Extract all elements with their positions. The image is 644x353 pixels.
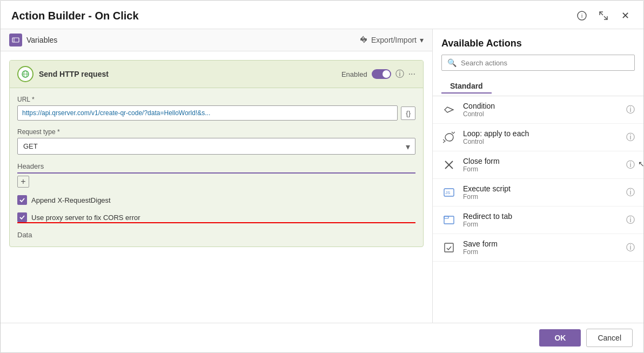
headers-section: Headers + (17, 162, 415, 188)
action-item-info-icon[interactable]: ⓘ (626, 242, 635, 254)
request-type-label: Request type * (17, 128, 415, 136)
url-input[interactable]: https://api.qrserver.com/v1/create-qr-co… (17, 105, 398, 121)
search-icon: 🔍 (447, 58, 457, 67)
action-item-texts: Condition Control (463, 102, 620, 118)
svg-text:JS: JS (445, 190, 450, 195)
action-item-name: Execute script (463, 184, 620, 193)
list-item[interactable]: Redirect to tab Form ⓘ (433, 207, 643, 234)
execute-script-icon: JS (441, 185, 457, 200)
toolbar-left: Variables (9, 34, 57, 46)
save-form-icon (441, 240, 457, 255)
action-status: Enabled ⓘ ··· (341, 69, 415, 80)
info-button[interactable]: i (574, 8, 589, 23)
actions-list: Condition Control ⓘ (433, 96, 643, 323)
proxy-server-checkbox[interactable] (17, 212, 27, 222)
url-value: https://api.qrserver.com/v1/create-qr-co… (22, 109, 210, 117)
dialog-header: Action Builder - On Click i ✕ (1, 1, 643, 29)
search-box-wrapper: 🔍 (433, 55, 643, 76)
action-item-info-icon[interactable]: ⓘ (626, 132, 635, 143)
action-item-texts: Loop: apply to each Control (463, 129, 620, 145)
available-actions-title: Available Actions (433, 29, 643, 55)
action-card: Send HTTP request Enabled ⓘ ··· URL * (9, 60, 424, 247)
action-item-category: Control (463, 110, 620, 118)
action-item-info-icon[interactable]: ⓘ (626, 215, 635, 226)
action-item-name: Loop: apply to each (463, 129, 620, 138)
append-digest-row: Append X-RequestDigest (17, 195, 415, 205)
close-form-icon (441, 157, 457, 172)
dialog-header-icons: i ✕ (574, 8, 633, 23)
variables-icon (9, 34, 22, 46)
headers-separator (17, 172, 415, 174)
svg-line-3 (604, 16, 607, 19)
ok-button[interactable]: OK (539, 329, 581, 347)
action-item-category: Form (463, 221, 620, 228)
append-digest-checkbox[interactable] (17, 195, 27, 205)
list-item[interactable]: Close form Form ⓘ ↖ (433, 151, 643, 179)
request-type-select[interactable]: GET POST PUT DELETE (17, 138, 415, 155)
right-panel: Available Actions 🔍 Standard (433, 29, 643, 323)
dialog-body: Variables Export/Import ▾ (1, 29, 643, 323)
action-item-category: Form (463, 193, 620, 201)
svg-rect-15 (445, 243, 453, 252)
export-import-label: Export/Import (371, 36, 417, 44)
action-item-name: Redirect to tab (463, 212, 620, 221)
action-item-info-icon[interactable]: ⓘ ↖ (626, 159, 635, 171)
dialog-footer: OK Cancel (1, 323, 643, 352)
http-icon (17, 66, 33, 82)
cursor-indicator: ↖ (638, 159, 643, 168)
toggle-switch[interactable] (372, 69, 391, 79)
expand-button[interactable] (596, 8, 611, 23)
condition-icon (441, 102, 457, 117)
left-panel: Variables Export/Import ▾ (1, 29, 433, 323)
append-digest-label: Append X-RequestDigest (31, 196, 111, 204)
action-card-header: Send HTTP request Enabled ⓘ ··· (10, 61, 423, 88)
action-item-texts: Redirect to tab Form (463, 212, 620, 228)
url-field-row: https://api.qrserver.com/v1/create-qr-co… (17, 105, 415, 121)
list-item[interactable]: Loop: apply to each Control ⓘ (433, 124, 643, 151)
list-item[interactable]: Condition Control ⓘ (433, 96, 643, 124)
action-item-texts: Close form Form (463, 157, 620, 173)
add-header-button[interactable]: + (17, 176, 29, 188)
search-input[interactable] (461, 59, 629, 67)
proxy-server-label: Use proxy server to fix CORS error (31, 214, 140, 222)
card-info-icon[interactable]: ⓘ (395, 69, 404, 80)
action-item-texts: Execute script Form (463, 184, 620, 201)
card-more-icon[interactable]: ··· (408, 69, 415, 79)
fx-button[interactable]: {} (401, 106, 415, 120)
action-item-category: Form (463, 248, 620, 256)
redirect-tab-icon (441, 212, 457, 228)
data-label: Data (17, 231, 415, 239)
action-item-name: Close form (463, 157, 620, 165)
search-box: 🔍 (441, 55, 635, 71)
export-import-chevron: ▾ (420, 36, 424, 44)
action-item-name: Save form (463, 239, 620, 248)
proxy-server-row: Use proxy server to fix CORS error (17, 212, 415, 223)
close-button[interactable]: ✕ (618, 8, 633, 23)
action-builder-dialog: Action Builder - On Click i ✕ (0, 0, 644, 353)
svg-line-2 (600, 12, 603, 15)
loop-icon (441, 130, 457, 145)
svg-rect-4 (12, 38, 19, 42)
cancel-button[interactable]: Cancel (586, 329, 633, 347)
url-field-group: URL * https://api.qrserver.com/v1/create… (17, 96, 415, 121)
export-import-button[interactable]: Export/Import ▾ (359, 36, 424, 44)
svg-text:i: i (581, 13, 582, 19)
list-item[interactable]: JS Execute script Form ⓘ (433, 179, 643, 207)
standard-section: Standard (433, 76, 643, 94)
list-item[interactable]: Save form Form ⓘ (433, 234, 643, 262)
standard-label: Standard (441, 79, 492, 94)
url-label: URL * (17, 96, 415, 103)
action-name: Send HTTP request (39, 70, 336, 78)
action-item-info-icon[interactable]: ⓘ (626, 187, 635, 198)
request-type-select-wrapper: GET POST PUT DELETE (17, 138, 415, 155)
variables-label: Variables (26, 36, 57, 44)
action-card-body: URL * https://api.qrserver.com/v1/create… (10, 88, 423, 247)
action-item-category: Form (463, 165, 620, 173)
headers-label: Headers (17, 162, 415, 170)
action-item-info-icon[interactable]: ⓘ (626, 104, 635, 116)
canvas-area[interactable]: Send HTTP request Enabled ⓘ ··· URL * (1, 51, 432, 323)
request-type-field-group: Request type * GET POST PUT DELETE (17, 128, 415, 155)
action-item-texts: Save form Form (463, 239, 620, 256)
dialog-title: Action Builder - On Click (11, 10, 139, 22)
action-item-category: Control (463, 138, 620, 145)
